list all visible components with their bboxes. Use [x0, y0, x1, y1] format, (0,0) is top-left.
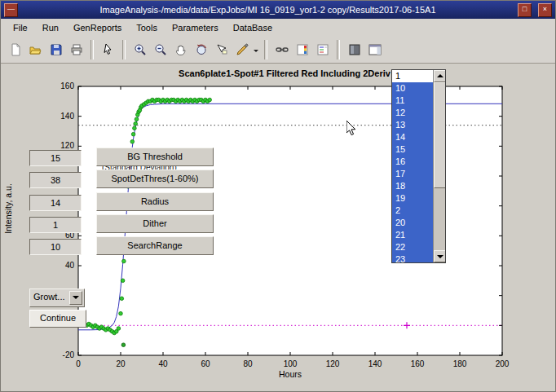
x-tick-label: 180: [446, 359, 474, 368]
param-field-1[interactable]: 38: [29, 172, 82, 188]
rotate-3d-button[interactable]: [191, 39, 211, 59]
close-button[interactable]: ×: [538, 3, 552, 17]
param-button-4[interactable]: SearchRange: [96, 236, 214, 255]
brush-dropdown-button[interactable]: [252, 39, 260, 59]
param-button-2[interactable]: Radius: [96, 192, 214, 211]
zoom-out-button[interactable]: [150, 39, 170, 59]
continue-button[interactable]: Continue: [29, 310, 86, 328]
listbox-item-16[interactable]: 16: [392, 156, 433, 168]
scroll-thumb[interactable]: [434, 82, 446, 188]
data-cursor-button[interactable]: [211, 39, 232, 59]
listbox-item-13[interactable]: 13: [392, 119, 433, 131]
x-tick-label: 20: [107, 359, 135, 368]
listbox-scrollbar[interactable]: [433, 70, 445, 262]
menu-database[interactable]: DataBase: [226, 20, 280, 35]
insert-legend-button[interactable]: [312, 39, 333, 59]
param-button-3[interactable]: Dither: [96, 214, 214, 233]
zoom-out-icon: [154, 43, 167, 56]
scroll-down-arrow-icon[interactable]: [434, 250, 446, 262]
toolbar-separator: [90, 40, 94, 59]
printer-icon: [70, 43, 83, 56]
link-plots-icon: [276, 43, 289, 56]
figure-palette-button[interactable]: [344, 39, 364, 59]
titlebar[interactable]: — ImageAnalysis-/media/data/ExpJobs/MI 1…: [1, 1, 555, 19]
app-window: — ImageAnalysis-/media/data/ExpJobs/MI 1…: [0, 0, 556, 392]
zoom-in-button[interactable]: [130, 39, 150, 59]
plot-canvas: [1, 63, 556, 392]
mouse-cursor: [346, 121, 357, 137]
toolbar-separator: [264, 40, 267, 59]
menu-file[interactable]: File: [6, 20, 35, 35]
param-field-4[interactable]: 10: [29, 239, 82, 255]
brush-button[interactable]: [232, 39, 252, 59]
x-tick-label: 40: [149, 359, 177, 368]
brush-icon: [236, 43, 249, 56]
listbox-item-22[interactable]: 22: [392, 241, 433, 253]
rotate-3d-icon: [195, 43, 208, 56]
x-tick-label: 200: [488, 359, 516, 368]
x-axis-label: Hours: [78, 369, 502, 379]
param-button-1[interactable]: SpotDetThres(1-60%): [96, 170, 214, 188]
param-field-0[interactable]: 15: [29, 150, 82, 166]
scroll-up-arrow-icon[interactable]: [434, 70, 446, 82]
param-button-0[interactable]: BG Threshold: [96, 148, 214, 166]
listbox-item-19[interactable]: 19: [392, 192, 433, 205]
close-icon: ×: [543, 5, 547, 13]
link-plots-button[interactable]: [271, 39, 292, 59]
listbox-item-2[interactable]: 2: [392, 205, 433, 217]
param-field-3[interactable]: 1: [29, 217, 82, 233]
print-button[interactable]: [66, 39, 86, 59]
open-file-button[interactable]: [25, 39, 46, 59]
save-floppy-icon: [50, 43, 63, 56]
insert-legend-icon: [316, 43, 329, 56]
plot-browser-icon: [368, 43, 382, 56]
param-field-2[interactable]: 14: [29, 195, 82, 211]
y-tick-label: 140: [45, 112, 74, 121]
minimize-button[interactable]: □: [518, 3, 532, 17]
listbox-item-11[interactable]: 11: [392, 95, 433, 107]
data-cursor-icon: [215, 43, 228, 56]
y-axis-label: Intensity, a.u.: [3, 119, 13, 298]
axis-tick-labels: 020406080100120140160180200-200204060801…: [1, 63, 556, 392]
new-file-button[interactable]: [5, 39, 25, 59]
new-file-icon: [9, 43, 22, 56]
y-tick-label: -20: [45, 350, 74, 359]
pan-hand-icon: [174, 43, 188, 56]
window-menu-button[interactable]: —: [4, 3, 18, 17]
y-tick-label: 120: [45, 141, 74, 150]
menu-genreports[interactable]: GenReports: [66, 20, 129, 35]
listbox-item-12[interactable]: 12: [392, 107, 433, 119]
listbox-item-15[interactable]: 15: [392, 143, 433, 156]
toolbar-separator: [122, 40, 126, 59]
number-listbox[interactable]: 110111213141516171819220212223: [391, 69, 446, 263]
y-tick-label: 160: [45, 81, 74, 90]
save-button[interactable]: [46, 39, 66, 59]
pan-button[interactable]: [170, 39, 191, 59]
window-title: ImageAnalysis-/media/data/ExpJobs/MI 16_…: [21, 5, 514, 15]
growth-dropdown[interactable]: Growt...: [29, 288, 85, 307]
minimize-icon: □: [523, 5, 527, 13]
listbox-item-23[interactable]: 23: [392, 253, 433, 262]
y-tick-label: 40: [45, 261, 74, 270]
listbox-item-14[interactable]: 14: [392, 131, 433, 143]
listbox-item-10[interactable]: 10: [392, 82, 433, 95]
x-tick-label: 0: [64, 359, 92, 368]
x-tick-label: 160: [404, 359, 431, 368]
listbox-item-17[interactable]: 17: [392, 168, 433, 180]
listbox-item-21[interactable]: 21: [392, 229, 433, 241]
cursor-arrow-icon: [102, 43, 115, 56]
menu-run[interactable]: Run: [35, 20, 66, 35]
insert-colorbar-button[interactable]: [292, 39, 312, 59]
menu-tools[interactable]: Tools: [129, 20, 165, 35]
growth-dropdown-label: Growt...: [33, 292, 65, 302]
menubar: FileRunGenReportsToolsParametersDataBase: [1, 19, 555, 37]
x-tick-label: 140: [361, 359, 389, 368]
listbox-item-20[interactable]: 20: [392, 217, 433, 229]
edit-plot-button[interactable]: [98, 39, 118, 59]
plot-browser-button[interactable]: [364, 39, 385, 59]
insert-colorbar-icon: [296, 43, 309, 56]
listbox-item-18[interactable]: 18: [392, 180, 433, 192]
menu-parameters[interactable]: Parameters: [165, 20, 226, 35]
listbox-item-1[interactable]: 1: [392, 70, 433, 82]
toolbar-separator: [337, 40, 340, 59]
